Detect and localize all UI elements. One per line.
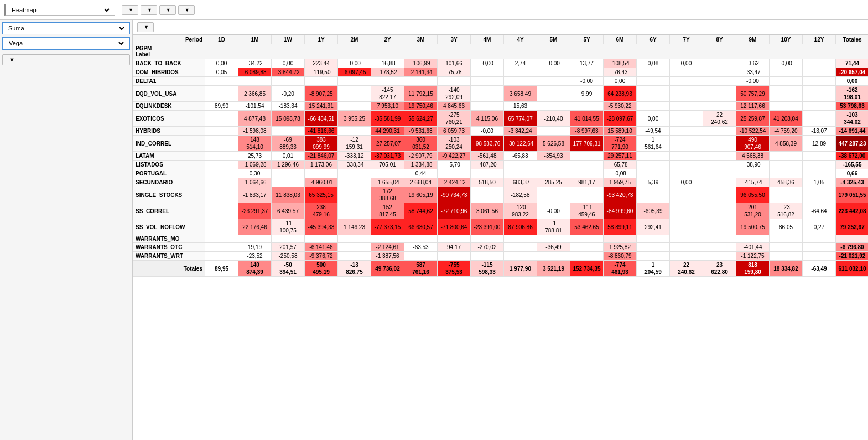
app-container: Heatmap ▼ ▼ ▼ ▼ Suma [0,0,868,440]
table-cell: -1 064,66 [238,178,272,187]
table-cell: -6 097,45 [338,68,371,77]
table-cell [504,243,537,252]
table-cell [703,243,736,252]
table-cell: -0,00 [736,77,770,86]
table-cell: 13,77 [570,59,604,68]
table-cell [371,235,404,243]
table-cell: 177 709,31 [570,136,604,152]
table-cell: -14 691,44 [836,127,869,136]
col-header-1d: 1D [205,35,238,44]
table-cell: -183,34 [272,102,305,111]
table-cell [703,235,736,243]
table-cell: -101,54 [238,102,272,111]
table-cell: 458,36 [770,178,803,187]
table-cell: 86,05 [770,219,803,235]
table-cell: 15 589,10 [604,127,637,136]
table-cell [670,235,703,243]
table-cell: -20 657,04 [836,68,869,77]
table-cell: -2 141,34 [404,68,438,77]
pgpm-label-button[interactable]: ▼ [2,54,130,65]
table-row: DELTA1-0,000,00-0,000,00 [133,77,869,86]
table-cell: 201 531,20 [736,203,770,219]
underlying-filter-button[interactable]: ▼ [141,5,157,15]
table-cell: -50 394,51 [272,261,305,277]
table-cell: -165,55 [836,161,869,169]
table-cell [338,127,371,136]
table-cell [504,235,537,243]
table-row: SS_VOL_NOFLOW22 176,46-11 100,75-45 394,… [133,219,869,235]
table-cell [637,235,670,243]
vega-dropdown[interactable]: Vega [7,39,126,47]
table-cell: -49,54 [637,127,670,136]
table-cell: 0,00 [272,59,305,68]
period-filter-button[interactable]: ▼ [137,22,154,32]
table-cell: 22 176,46 [238,219,272,235]
table-cell: 79 252,67 [836,219,869,235]
table-cell: -182,58 [504,187,537,203]
table-cell: 23 622,80 [703,261,736,277]
table-cell: 500 495,19 [305,261,338,277]
row-label: WARRANTS_MO [133,235,205,243]
col-header-7y: 7Y [670,35,703,44]
table-cell: 29 257,11 [604,152,637,161]
row-label: EXOTICOS [133,111,205,127]
col-header-totales: Totales [836,35,869,44]
col-header-6y: 6Y [637,35,670,44]
row-label: SS_VOL_NOFLOW [133,219,205,235]
table-cell [205,136,238,152]
table-cell: -333,12 [338,152,371,161]
suma-dropdown[interactable]: Suma [6,24,126,32]
table-cell: -111 459,46 [570,203,604,219]
table-cell: 1 561,64 [637,136,670,152]
table-row: WARRANTS_MO [133,235,869,243]
table-cell: 15 241,31 [305,102,338,111]
vega-filter-button[interactable]: ▼ [178,5,195,15]
portfolio-filter-button[interactable]: ▼ [159,5,176,15]
table-cell: 87 906,86 [504,219,537,235]
table-cell: -0,00 [471,127,504,136]
table-cell: 611 032,10 [836,261,869,277]
table-cell: 3 658,49 [504,86,537,102]
table-cell: -0,00 [471,59,504,68]
table-cell [205,252,238,261]
row-label: EQLINKDESK [133,102,205,111]
table-cell: -4 960,01 [305,178,338,187]
table-cell: 705,01 [371,161,404,169]
table-cell [537,235,570,243]
row-label: WARRANTS_WRT [133,252,205,261]
heatmap-container[interactable]: Period 1D 1M 1W 1Y 2M 2Y 3M 3Y 4M 4Y 5M [133,35,868,440]
table-cell: -6 141,46 [305,243,338,252]
table-cell [471,86,504,102]
table-cell: 11 792,15 [404,86,438,102]
table-cell: -65,78 [604,161,637,169]
table-cell: 19,19 [238,243,272,252]
table-cell: 3 521,19 [537,261,570,277]
table-cell [637,152,670,161]
table-cell [770,152,803,161]
table-cell: -1 387,56 [371,252,404,261]
table-cell: 0,00 [205,59,238,68]
table-row: SECUNDARIO-1 064,66-4 960,01-1 655,042 6… [133,178,869,187]
table-cell: 1 296,46 [272,161,305,169]
table-cell [570,152,604,161]
table-cell [504,161,537,169]
table-cell: 201,57 [272,243,305,252]
table-cell: -36,49 [537,243,570,252]
table-cell: -561,48 [471,152,504,161]
table-row: PORTUGAL0,300,44-0,080,66 [133,169,869,178]
heatmap-dropdown[interactable]: Heatmap [9,6,111,14]
table-cell [770,86,803,102]
strike-filter-button[interactable]: ▼ [122,5,138,15]
table-cell [471,235,504,243]
table-cell: 1,05 [803,178,836,187]
totals-row: Totales89,95140 874,39-50 394,51500 495,… [133,261,869,277]
table-cell [570,169,604,178]
table-cell [637,187,670,203]
table-cell: 19 500,75 [736,219,770,235]
table-cell [703,161,736,169]
table-cell: -4 759,20 [770,127,803,136]
heatmap-table: Period 1D 1M 1W 1Y 2M 2Y 3M 3Y 4M 4Y 5M [133,35,868,277]
table-cell: -3 342,24 [504,127,537,136]
table-cell: -0,00 [537,59,570,68]
table-cell [338,243,371,252]
